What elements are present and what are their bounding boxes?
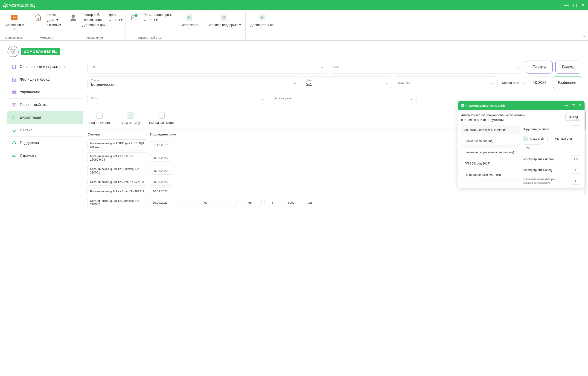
option-period[interactable]: Значение за период — [461, 136, 520, 146]
ribbon-extra-button[interactable]: Дополнительно ▾ — [248, 12, 275, 31]
split-button[interactable]: Разбиение — [553, 76, 581, 89]
ribbon-link-reports[interactable]: Отчеты ▾ — [47, 23, 61, 27]
cell-date[interactable]: 30.09.2023 — [150, 199, 173, 206]
filter-type[interactable]: Тип ⌄ — [87, 61, 327, 74]
sidebar-item-change[interactable]: Изменить — [7, 149, 83, 162]
ribbon-group-label: Управление — [86, 35, 103, 40]
cell-meter[interactable]: Ботаническая д.2к1 кв.2 электр. No 21000… — [87, 197, 147, 208]
round-input[interactable]: 3 — [570, 125, 581, 133]
ribbon-buh-button[interactable]: Бухгалтерия ▾ — [178, 12, 200, 31]
sidebar: Справочники и нормативы Жилищный фонд Уп… — [7, 61, 83, 162]
checkbox[interactable] — [158, 112, 165, 119]
chevron-down-icon: ⌄ — [261, 96, 264, 101]
cell-date[interactable]: 30.09.2023 — [150, 154, 173, 162]
check-close: Вывод закрытия — [149, 112, 174, 125]
month-input[interactable]: 10.2023 — [529, 76, 550, 89]
filter-search[interactable]: Поиск ⌄ — [87, 92, 268, 105]
filter-label: Улица — [91, 79, 296, 82]
ribbon-group-zhilfond: Поиск Дома ▾ Отчеты ▾ Жилфонд — [29, 12, 64, 40]
sidebar-item-spravochniki[interactable]: Справочники и нормативы — [7, 61, 83, 73]
sidebar-item-buh[interactable]: -×+= Бухгалтерия — [7, 111, 83, 124]
filter-street[interactable]: Улица Ботаническая ⌄ — [87, 76, 300, 89]
ribbon-spravochniki-button[interactable]: Справочники ▾ — [3, 12, 26, 31]
cell-meter[interactable]: Ботаническая д.2к1 кв.2 хвс No 482319 — [87, 188, 147, 195]
filter-label: Поиск — [91, 97, 264, 100]
title-bar: Домовладелец — ▢ ✕ — [0, 0, 588, 10]
cell-meter[interactable]: Ботаническая д.2к1 ХВС для ГВС ОДН No 2/… — [87, 140, 147, 150]
ribbon-link-voting[interactable]: Голосования — [83, 18, 106, 22]
filter-flat[interactable]: Квартира ⌄ — [395, 76, 497, 89]
modal-exit-button[interactable]: Выход — [566, 113, 581, 121]
check-by-fls: Ввод по № ФЛС — [87, 112, 111, 125]
per-account-checkbox[interactable] — [547, 136, 552, 141]
svg-point-40 — [13, 155, 14, 156]
ribbon-link-reports3[interactable]: Отчеты ▾ — [144, 18, 172, 22]
ribbon-link-search[interactable]: Поиск — [47, 13, 61, 17]
cell-small[interactable]: 8 — [264, 199, 280, 206]
content-area: Тип ⌄ РЭП ⌄ Печать Выход Улица Ботаничес… — [87, 61, 581, 209]
ribbon-service-button[interactable]: Сервис и поддержка ▾ — [206, 12, 243, 28]
cell-small[interactable]: 8000 — [283, 199, 299, 206]
check-label: Ввод по № ФЛС — [87, 121, 111, 125]
filter-label: Дом — [306, 79, 388, 82]
svg-point-6 — [133, 17, 134, 18]
ribbon-link-registration[interactable]: Регистрация прож. — [144, 13, 172, 17]
checkbox[interactable] — [96, 112, 103, 119]
exit-button[interactable]: Выход — [555, 61, 581, 74]
coef-avg-input[interactable]: 1 — [570, 166, 581, 174]
cell-small[interactable]: 60 — [176, 199, 236, 206]
ribbon-group-extra: Дополнительно ▾ — [246, 12, 278, 40]
sidebar-item-support[interactable]: Поддержка — [7, 137, 83, 149]
ribbon-link-houses[interactable]: Дома ▾ — [47, 18, 61, 22]
filter-date-from[interactable]: Дата ввода от ⌄ — [271, 92, 417, 105]
ribbon-link-registry[interactable]: Реестр соб. — [83, 13, 106, 17]
minimize-icon[interactable]: — — [564, 2, 569, 8]
modal-minimize-icon[interactable]: — — [565, 103, 568, 107]
norm-select[interactable]: 354 ⌄ — [523, 144, 541, 152]
table-row: Ботаническая д.2к1 кв.2 хвс No 482319 30… — [87, 187, 581, 196]
option-unchecked[interactable]: Не проверенные счетчики — [461, 170, 520, 180]
calc-icon: -×+= — [11, 115, 17, 120]
cell-meter[interactable]: Ботаническая д.2к1 кв.2 гвс No 477783 — [87, 178, 147, 186]
cell-date[interactable]: 30.09.2023 — [150, 178, 173, 186]
cell-meter[interactable]: Ботаническая д.2к1 кв.1 гвс No 170604404 — [87, 152, 147, 163]
option-pp354[interactable]: ПП-354( ред.2017) — [461, 159, 520, 168]
filter-rep[interactable]: РЭП ⌄ — [330, 61, 523, 74]
ribbon-link-contracts[interactable]: Договора и док. — [83, 23, 106, 27]
cell-meter[interactable]: Ботаническая д.2к1 кв.1 электр. No 21000… — [87, 165, 147, 176]
sidebar-label: Бухгалтерия — [20, 115, 41, 119]
modal-maximize-icon[interactable]: ▢ — [572, 103, 575, 107]
months-no-read-input[interactable]: 1 — [570, 177, 581, 184]
close-icon[interactable]: ✕ — [581, 2, 585, 8]
svg-point-13 — [260, 16, 264, 19]
chevron-down-icon: ⌄ — [410, 96, 413, 101]
modal-formation: ☰ Формирование показаний — ▢ ✕ Автоматич… — [458, 101, 585, 188]
print-button[interactable]: Печать — [525, 61, 553, 74]
app-title: Домовладелец — [3, 2, 35, 8]
sidebar-label: Изменить — [20, 153, 36, 158]
cell-date[interactable]: 30.09.2023 — [150, 188, 173, 195]
option-default[interactable]: Значение по умолчанию (по норме) — [461, 148, 520, 157]
ribbon-link-cases[interactable]: Дела — [109, 13, 122, 17]
option-zero[interactable]: Занести 0 или фикс. значение — [461, 125, 520, 134]
cell-date[interactable]: 31.10.2019 — [150, 141, 173, 149]
checkbox[interactable]: ✓ — [127, 112, 134, 119]
cell-date[interactable]: 30.09.2023 — [150, 167, 173, 175]
chevron-down-icon: ⌄ — [536, 147, 538, 150]
sidebar-item-zhilfond[interactable]: Жилищный фонд — [7, 73, 83, 86]
cell-small[interactable]: да — [302, 199, 318, 206]
sidebar-item-passport[interactable]: Паспортный стол — [7, 99, 83, 111]
replace-checkbox[interactable]: ✓ — [523, 136, 528, 141]
modal-close-icon[interactable]: ✕ — [578, 103, 581, 107]
cell-small[interactable]: 68 — [239, 199, 262, 206]
maximize-icon[interactable]: ▢ — [573, 2, 577, 8]
sidebar-item-upravlenie[interactable]: Управление — [7, 86, 83, 99]
filter-house[interactable]: Дом 2к1 ⌄ — [303, 76, 392, 89]
coef-norm-input[interactable]: 1.5 — [570, 155, 581, 163]
ribbon-collapse-icon[interactable]: ⌃ — [582, 35, 585, 39]
toggle-icon — [11, 153, 17, 158]
building-icon — [11, 77, 17, 82]
ribbon-link-reports2[interactable]: Отчеты ▾ — [109, 18, 122, 22]
sidebar-item-service[interactable]: Сервис — [7, 124, 83, 137]
ribbon-toolbar: Справочники ▾ Справочники Поиск Дома ▾ О… — [0, 10, 588, 41]
